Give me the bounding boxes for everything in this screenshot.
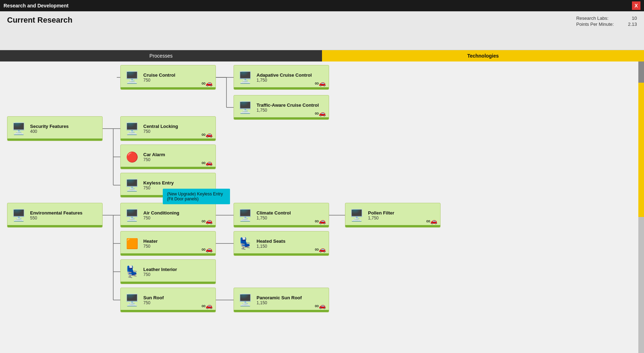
- climate-control-icon: 🖥️: [237, 207, 254, 224]
- tab-bar: Processes Technologies: [0, 50, 644, 61]
- heater-icon: 🟧: [123, 235, 140, 252]
- node-environmental-features[interactable]: 🖥️ Environmental Features 550: [7, 203, 103, 228]
- node-central-locking[interactable]: 🖥️ Central Locking 750 ∞🚗: [120, 116, 216, 141]
- scrollbar-thumb[interactable]: [638, 61, 644, 83]
- node-traffic-aware[interactable]: 🖥️ Traffic-Aware Cruise Control 1,750 ∞🚗: [234, 95, 329, 120]
- node-heater[interactable]: 🟧 Heater 750 ∞🚗: [120, 231, 216, 256]
- research-stats: Research Labs: 10 Points Per Minute: 2.1…: [576, 16, 637, 28]
- node-climate-control[interactable]: 🖥️ Climate Control 1,750 ∞🚗: [234, 203, 329, 228]
- research-labs-label: Research Labs:: [576, 16, 608, 21]
- scrollbar-yellow: [638, 83, 644, 217]
- leather-interior-icon: 💺: [123, 263, 140, 280]
- security-features-icon: 🖥️: [10, 120, 27, 137]
- panoramic-sun-roof-icon: 🖥️: [237, 292, 254, 308]
- main-content[interactable]: 🖥️ Cruise Control 750 ∞🚗 🖥️ Adapative Cr…: [0, 61, 644, 353]
- app-title: Research and Development: [4, 3, 69, 8]
- car-alarm-icon: 🔴: [123, 148, 140, 165]
- node-adaptive-cruise[interactable]: 🖥️ Adapative Cruise Control 1,750 ∞🚗: [234, 65, 329, 90]
- heated-seats-icon: 💺: [237, 235, 254, 252]
- traffic-aware-icon: 🖥️: [237, 99, 254, 116]
- points-per-minute-label: Points Per Minute:: [576, 22, 614, 27]
- page-title: Current Research: [7, 16, 73, 25]
- header: Current Research Research Labs: 10 Point…: [0, 11, 644, 50]
- cruise-control-icon: 🖥️: [123, 69, 140, 86]
- tab-technologies[interactable]: Technologies: [322, 50, 644, 61]
- keyless-entry-icon: 🖥️: [123, 177, 140, 194]
- node-pollen-filter[interactable]: 🖥️ Pollen Filter 1,750 ∞🚗: [345, 203, 441, 228]
- scrollbar-bottom: [638, 217, 644, 353]
- close-button[interactable]: X: [632, 1, 640, 10]
- node-cruise-control[interactable]: 🖥️ Cruise Control 750 ∞🚗: [120, 65, 216, 90]
- tab-processes[interactable]: Processes: [0, 50, 322, 61]
- keyless-entry-tooltip: (New Upgrade) Keyless Entry (Fit Door pa…: [163, 189, 230, 204]
- air-conditioning-icon: 🖥️: [123, 207, 140, 224]
- node-air-conditioning[interactable]: 🖥️ Air Conditioning 750 ∞🚗: [120, 203, 216, 228]
- tree-container: 🖥️ Cruise Control 750 ∞🚗 🖥️ Adapative Cr…: [0, 61, 637, 353]
- points-per-minute-value: 2.13: [628, 22, 637, 27]
- sun-roof-icon: 🖥️: [123, 292, 140, 308]
- node-car-alarm[interactable]: 🔴 Car Alarm 750 ∞🚗: [120, 145, 216, 169]
- research-labs-value: 10: [632, 16, 637, 21]
- title-bar: Research and Development X: [0, 0, 644, 11]
- node-panoramic-sun-roof[interactable]: 🖥️ Panoramic Sun Roof 1,150 ∞🚗: [234, 288, 329, 312]
- scrollbar-track[interactable]: [638, 61, 644, 353]
- environmental-features-icon: 🖥️: [10, 207, 27, 224]
- node-leather-interior[interactable]: 💺 Leather Interior 750: [120, 259, 216, 284]
- node-sun-roof[interactable]: 🖥️ Sun Roof 750 ∞🚗: [120, 288, 216, 312]
- adaptive-cruise-icon: 🖥️: [237, 69, 254, 86]
- node-security-features[interactable]: 🖥️ Security Features 400: [7, 116, 103, 141]
- node-heated-seats[interactable]: 💺 Heated Seats 1,150 ∞🚗: [234, 231, 329, 256]
- pollen-filter-icon: 🖥️: [348, 207, 365, 224]
- central-locking-icon: 🖥️: [123, 120, 140, 137]
